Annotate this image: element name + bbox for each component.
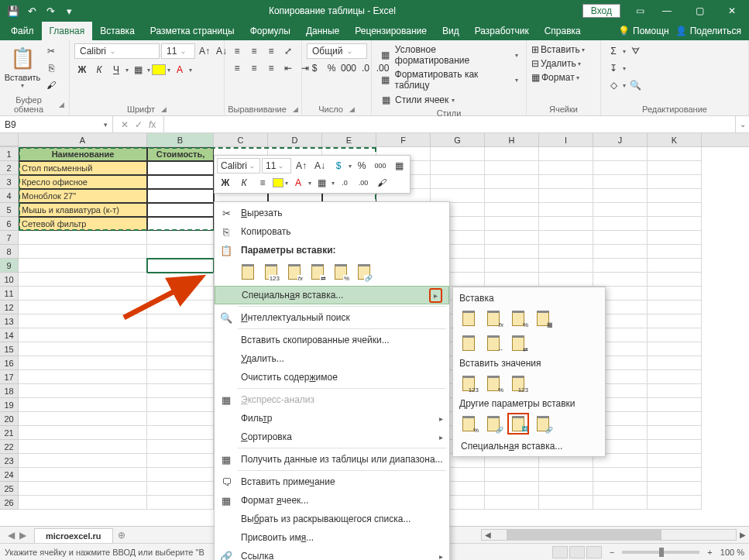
cell[interactable] [539,468,593,482]
sub-paste-link-icon[interactable]: 🔗 [483,413,504,435]
align-center-icon[interactable]: ≡ [246,60,262,76]
column-header[interactable]: A [19,133,147,146]
fx-icon[interactable]: fx [149,119,156,130]
cell[interactable] [19,273,147,287]
sub-formatting-icon[interactable]: % [458,413,479,435]
mini-merge-icon[interactable]: ▦ [390,158,407,173]
column-header[interactable]: H [485,133,539,146]
ctx-format-cells[interactable]: ▦Формат ячеек... [215,491,449,510]
mini-font-size[interactable]: 11⌵ [262,158,291,173]
close-button[interactable]: ✕ [716,0,747,22]
sheet-prev-icon[interactable]: ◀ [8,530,15,541]
cell[interactable] [147,454,214,468]
row-header[interactable]: 6 [0,217,19,231]
restore-button[interactable]: ▢ [684,0,715,22]
cell[interactable] [485,496,539,510]
cell[interactable]: Стоимость, [147,147,214,161]
cell[interactable] [648,496,702,510]
cell[interactable] [431,161,485,175]
align-mid-icon[interactable]: ≡ [246,43,262,59]
redo-icon[interactable]: ↷ [43,4,57,18]
column-header[interactable]: B [147,133,214,146]
cell[interactable] [593,231,648,245]
copy-icon[interactable]: ⎘ [43,60,59,76]
fill-icon[interactable]: ↧ [606,60,621,76]
tab-review[interactable]: Рецензирование [347,22,435,40]
row-header[interactable]: 9 [0,259,19,273]
ctx-quick-analysis[interactable]: ▦Экспресс-анализ [215,390,449,409]
cell[interactable]: Сетевой фильтр [19,217,147,231]
number-format-select[interactable]: Общий⌵ [307,43,367,59]
ctx-insert-comment[interactable]: 🗨Вставить примечание [215,472,449,491]
cell[interactable] [147,496,214,510]
row-header[interactable]: 19 [0,398,19,412]
zoom-in-icon[interactable]: + [707,548,712,557]
cell[interactable] [485,482,539,496]
cell[interactable] [147,273,214,287]
mini-italic-button[interactable]: К [235,175,253,191]
cell[interactable] [19,440,147,454]
row-header[interactable]: 23 [0,454,19,468]
cell[interactable] [539,189,593,203]
normal-view-icon[interactable] [552,546,568,558]
ctx-smart-lookup[interactable]: 🔍Интеллектуальный поиск [215,308,449,327]
row-header[interactable]: 8 [0,245,19,259]
cell[interactable] [431,175,485,189]
mini-currency-icon[interactable]: $ [330,158,347,173]
percent-icon[interactable]: % [324,60,339,76]
sub-paste-all-icon[interactable] [458,307,479,329]
row-header[interactable]: 25 [0,482,19,496]
cell[interactable] [593,147,648,161]
cell[interactable] [19,301,147,314]
zoom-level[interactable]: 100 % [720,548,744,557]
scroll-right-icon[interactable]: ▶ [737,531,749,539]
cell[interactable] [19,384,147,398]
cell[interactable] [593,175,648,189]
cell[interactable] [648,468,702,482]
ctx-clear[interactable]: Очистить содержимое [215,368,449,387]
tab-help[interactable]: Справка [537,22,589,40]
paste-values-icon[interactable]: 123 [261,261,281,283]
cell-styles-button[interactable]: ▦Стили ячеек ▾ [376,93,458,107]
cell[interactable] [648,147,702,161]
confirm-formula-icon[interactable]: ✓ [135,119,143,130]
column-header[interactable]: E [322,133,376,146]
cell[interactable] [19,398,147,412]
dialog-launcher-icon[interactable]: ◢ [349,105,355,113]
cell[interactable] [648,217,702,231]
cell[interactable] [539,273,593,287]
dialog-launcher-icon[interactable]: ◢ [59,101,64,108]
cell[interactable]: Наименование [19,147,147,161]
cell[interactable] [648,314,702,328]
add-sheet-icon[interactable]: ⊕ [113,527,130,543]
cell[interactable] [593,203,648,217]
ctx-sort[interactable]: Сортировка▸ [215,428,449,446]
cell[interactable] [147,356,214,370]
ctx-copy[interactable]: ⎘Копировать [215,222,449,241]
share-button[interactable]: 👤 Поделиться [675,26,741,36]
cell[interactable]: Стол письменный [19,161,147,175]
column-header[interactable]: I [539,133,593,146]
column-header[interactable]: J [593,133,648,146]
sheet-next-icon[interactable]: ▶ [19,530,26,541]
sub-paste-keep-src-icon[interactable]: ▦ [532,307,554,329]
tab-formulas[interactable]: Формулы [242,22,298,40]
column-header[interactable]: D [268,133,322,146]
autosum-icon[interactable]: Σ [606,43,621,59]
cell[interactable] [19,412,147,426]
mini-dec-dec-icon[interactable]: .00 [355,175,372,191]
formula-input[interactable] [164,116,735,132]
cell[interactable] [593,161,648,175]
cell[interactable] [147,384,214,398]
cell[interactable] [648,259,702,273]
cell[interactable] [19,231,147,245]
sub-values-src-icon[interactable]: 123 [507,373,529,394]
zoom-out-icon[interactable]: − [610,548,614,557]
sub-paste-transpose-icon[interactable]: ⇄ [507,332,529,354]
italic-button[interactable]: К [91,62,107,77]
tab-file[interactable]: Файл [3,22,42,40]
cell[interactable] [147,203,214,217]
cell[interactable]: Мышь и клавиатура (к-т) [19,203,147,217]
minimize-button[interactable]: — [651,0,682,22]
mini-align-icon[interactable]: ≡ [254,175,271,191]
